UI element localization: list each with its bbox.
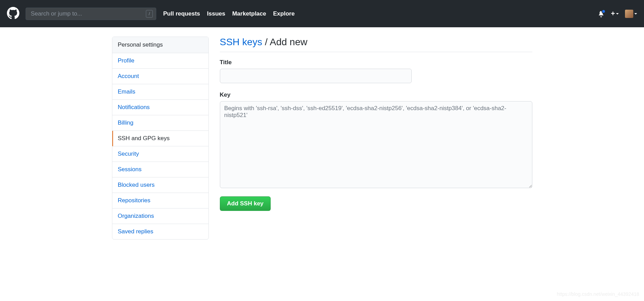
sidebar-item-organizations[interactable]: Organizations: [112, 208, 208, 224]
github-logo-icon[interactable]: [7, 7, 26, 21]
sidebar-header: Personal settings: [112, 37, 208, 53]
header-actions: +: [598, 10, 637, 18]
nav-explore[interactable]: Explore: [273, 10, 295, 17]
avatar-icon: [625, 10, 633, 18]
sidebar-item-sessions[interactable]: Sessions: [112, 162, 208, 177]
sidebar-item-blocked-users[interactable]: Blocked users: [112, 177, 208, 193]
sidebar-item-saved-replies[interactable]: Saved replies: [112, 224, 208, 239]
sidebar-item-account[interactable]: Account: [112, 69, 208, 84]
sidebar-item-emails[interactable]: Emails: [112, 84, 208, 100]
search-wrapper: /: [26, 8, 156, 20]
breadcrumb-ssh-keys-link[interactable]: SSH keys: [220, 37, 262, 47]
title-field-label: Title: [220, 59, 532, 66]
sidebar-item-repositories[interactable]: Repositories: [112, 193, 208, 208]
page-title: SSH keys / Add new: [220, 37, 532, 52]
search-slash-hint: /: [146, 10, 153, 18]
chevron-down-icon: [634, 13, 637, 14]
key-field-label: Key: [220, 91, 532, 98]
sidebar-item-ssh-gpg-keys: SSH and GPG keys: [112, 131, 208, 146]
create-new-dropdown[interactable]: +: [611, 10, 619, 18]
sidebar-item-billing[interactable]: Billing: [112, 115, 208, 131]
breadcrumb-separator: /: [262, 37, 270, 47]
breadcrumb-current: Add new: [270, 37, 307, 47]
sidebar-item-notifications[interactable]: Notifications: [112, 100, 208, 115]
main-header: / Pull requests Issues Marketplace Explo…: [0, 0, 644, 27]
primary-nav: Pull requests Issues Marketplace Explore: [163, 10, 295, 17]
nav-issues[interactable]: Issues: [207, 10, 225, 17]
nav-marketplace[interactable]: Marketplace: [232, 10, 266, 17]
plus-icon: +: [611, 10, 615, 18]
title-input[interactable]: [220, 69, 412, 83]
notification-indicator-icon: [601, 9, 606, 13]
notifications-icon[interactable]: [598, 10, 605, 17]
user-menu-dropdown[interactable]: [625, 10, 637, 18]
chevron-down-icon: [616, 13, 619, 14]
add-ssh-key-button[interactable]: Add SSH key: [220, 196, 271, 211]
nav-pull-requests[interactable]: Pull requests: [163, 10, 200, 17]
content-area: SSH keys / Add new Title Key Add SSH key: [220, 37, 532, 240]
sidebar-item-security[interactable]: Security: [112, 146, 208, 162]
settings-sidebar: Personal settings Profile Account Emails…: [112, 37, 209, 240]
search-input[interactable]: [26, 8, 156, 20]
sidebar-item-profile[interactable]: Profile: [112, 53, 208, 69]
sidebar-section: Personal settings Profile Account Emails…: [112, 37, 209, 240]
main-container: Personal settings Profile Account Emails…: [101, 27, 543, 249]
key-textarea[interactable]: [220, 101, 532, 188]
